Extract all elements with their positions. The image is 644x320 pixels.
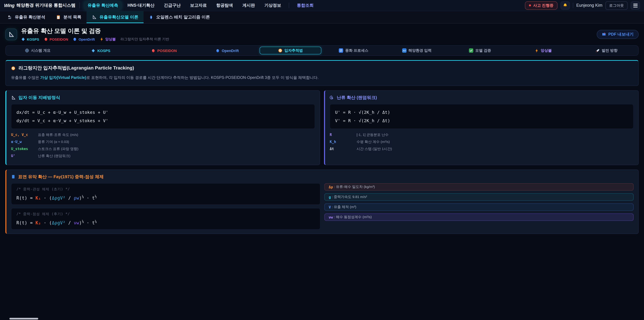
sub-tab[interactable]: 유출유확산모델 이론 xyxy=(87,11,144,23)
section-tab-label: OpenDrift xyxy=(222,49,239,53)
nav-item[interactable]: HNS·대기확산 xyxy=(124,1,158,10)
section-tab-label: 입자추적법 xyxy=(284,48,303,53)
section-tab-item[interactable]: 해양환경 입력 xyxy=(386,47,448,54)
section-tab-item[interactable]: 발전 방향 xyxy=(576,47,637,54)
fay-spreading-panel: 표면 유막 확산 — Fay(1971) 중력-점성 체제 /* 중력-관성 체… xyxy=(5,169,639,234)
model-badge-row: KOSPSPOSEIDONOpenDrift앙상블라그랑지안 입자추적 이론 기… xyxy=(21,37,169,42)
nav-divider xyxy=(289,3,289,8)
legend-term: K_h xyxy=(330,140,356,144)
microscope-icon xyxy=(8,15,12,20)
formula-comment: /* 중력-관성 체제 (초기) */ xyxy=(16,187,315,192)
triangle-ruler-icon xyxy=(92,15,97,20)
banner-title: 라그랑지안 입자추적법(Lagrangian Particle Tracking… xyxy=(18,65,134,71)
sub-tab-label: 유출유 확산분석 xyxy=(15,14,45,20)
lightning-icon xyxy=(535,49,539,53)
main-nav-items: 유출유 확산예측HNS·대기확산긴급구난보고자료항공탐색게시판기상정보통합조회 xyxy=(84,1,317,10)
formula-part: ρw xyxy=(74,195,79,200)
model-badge: OpenDrift xyxy=(73,37,95,41)
variable-term: V xyxy=(329,205,331,209)
formula-line: R(t) = K₂ · (ΔρgV² / νw)⅙ · t¼ xyxy=(16,219,315,225)
pdf-export-label: PDF 내보내기 xyxy=(608,31,634,37)
section-tab-item[interactable]: 시스템 개요 xyxy=(7,47,68,54)
equation-line: dx/dt = U_c + α·U_w + U_stokes + U' xyxy=(16,108,310,116)
sub-tab-label: 유출유확산모델 이론 xyxy=(100,14,138,20)
governing-equation-code: dx/dt = U_c + α·U_w + U_stokes + U'dy/dt… xyxy=(11,104,315,129)
section-tab-label: 해양환경 입력 xyxy=(408,48,432,53)
section-tab-bar: 시스템 개요KOSPSPOSEIDONOpenDrift입자추적법풍화 프로세스… xyxy=(5,45,639,56)
barrel-icon xyxy=(11,175,16,179)
governing-equation-panel: 입자 이동 지배방정식 dx/dt = U_c + α·U_w + U_stok… xyxy=(5,90,320,165)
section-tab-label: 풍화 프로세스 xyxy=(345,48,368,53)
formula-part: · ( xyxy=(41,220,52,225)
page-header-text: 유출유 확산 모델 이론 및 검증 KOSPSPOSEIDONOpenDrift… xyxy=(21,27,169,42)
hamburger-menu-icon xyxy=(633,4,638,7)
variable-desc: : 해수 동점성계수 (m²/s) xyxy=(334,215,372,219)
section-tab-item[interactable]: POSEIDON xyxy=(133,47,195,54)
formula-part: ¼ xyxy=(82,195,84,198)
section-tab-item[interactable]: 모델 검증 xyxy=(449,47,511,54)
logout-button[interactable]: 로그아웃 xyxy=(606,1,628,10)
variable-desc: : 유출 체적 (m³) xyxy=(332,205,356,209)
equation-line: U' = R · √(2K_h / Δt) xyxy=(335,108,628,116)
fay-formula-block: /* 중력-관성 체제 (초기) */R(t) = K₁ · (ΔρgV² / … xyxy=(11,183,320,205)
model-badge: POSEIDON xyxy=(44,37,68,41)
compass-icon xyxy=(278,48,282,53)
sub-tab[interactable]: 오일펜스 배치 알고리즘 이론 xyxy=(144,11,215,23)
legend-row: U'난류 확산 (랜덤워크) xyxy=(11,154,315,158)
legend-desc: 난류 확산 (랜덤워크) xyxy=(38,154,70,158)
fay-content-grid: /* 중력-관성 체제 (초기) */R(t) = K₁ · (ΔρgV² / … xyxy=(11,183,634,230)
legend-row: K_h수평 확산 계수 (m²/s) xyxy=(330,140,634,144)
book-export-icon xyxy=(602,32,606,37)
model-badge-label: POSEIDON xyxy=(50,37,68,41)
sub-tab-bar: 유출유 확산분석분석 목록유출유확산모델 이론오일펜스 배치 알고리즘 이론 xyxy=(0,11,644,24)
section-tab-item[interactable]: 앙상블 xyxy=(512,47,574,54)
banner-text: 로 표현하여, 각 입자의 이동 경로를 시간 단계마다 추적하는 방법입니다.… xyxy=(86,76,318,80)
oilfence-shield-icon xyxy=(149,15,154,19)
panel-title-row: 난류 확산 (랜덤워크) xyxy=(330,95,634,101)
compass-icon xyxy=(11,66,16,70)
pdf-export-button[interactable]: PDF 내보내기 xyxy=(596,30,639,39)
nav-item[interactable]: 유출유 확산예측 xyxy=(84,1,122,10)
lightning-icon xyxy=(100,37,104,41)
sub-tab[interactable]: 유출유 확산분석 xyxy=(2,11,51,23)
red-circle-icon xyxy=(44,37,48,41)
legend-desc: 수평 확산 계수 (m²/s) xyxy=(356,140,390,144)
legend-term: U_stokes xyxy=(11,147,38,151)
section-tab-item[interactable]: 풍화 프로세스 xyxy=(323,47,384,54)
brand-logo[interactable]: Wing 해양환경 위기대응 통합시스템 xyxy=(4,2,76,9)
section-tab-active[interactable]: 입자추적법 xyxy=(260,47,321,54)
section-tab-label: 모델 검증 xyxy=(475,48,491,53)
user-name: Eunjeong Kim xyxy=(576,3,602,8)
nav-divider xyxy=(80,2,80,9)
nav-item[interactable]: 통합조회 xyxy=(293,1,317,10)
horizontal-scrollbar-thumb[interactable] xyxy=(10,318,38,319)
nav-item[interactable]: 긴급구난 xyxy=(160,1,184,10)
formula-comment: /* 중력-점성 체제 (후기) */ xyxy=(16,212,315,216)
legend-row: Δt시간 스텝 (일반 1시간) xyxy=(330,147,634,151)
formula-part: ΔρgV² xyxy=(52,220,66,225)
nav-item[interactable]: 보고자료 xyxy=(186,1,210,10)
legend-desc: 시간 스텝 (일반 1시간) xyxy=(356,147,392,151)
sub-tab[interactable]: 분석 목록 xyxy=(51,11,87,23)
nav-right-cluster: 사고 진행중 Eunjeong Kim 로그아웃 xyxy=(525,1,640,10)
fay-formula-block: /* 중력-점성 체제 (후기) */R(t) = K₂ · (ΔρgV² / … xyxy=(11,208,320,230)
equation-panels: 입자 이동 지배방정식 dx/dt = U_c + α·U_w + U_stok… xyxy=(5,90,639,165)
incident-status-badge[interactable]: 사고 진행중 xyxy=(525,1,558,10)
nav-item[interactable]: 게시판 xyxy=(239,1,258,10)
incident-status-label: 사고 진행중 xyxy=(533,3,554,8)
triangle-ruler-icon xyxy=(8,31,14,38)
section-tab-item[interactable]: KOSPS xyxy=(70,47,132,54)
banner-body: 유출유를 수많은 가상 입자(Virtual Particle)로 표현하여, … xyxy=(11,75,633,81)
turbulence-legend: R[-1, 1] 균등분포 난수K_h수평 확산 계수 (m²/s)Δt시간 스… xyxy=(330,133,634,151)
page-subtitle: 라그랑지안 입자추적 이론 기반 xyxy=(120,37,169,42)
top-nav: Wing 해양환경 위기대응 통합시스템 유출유 확산예측HNS·대기확산긴급구… xyxy=(0,0,644,11)
formula-part: νw xyxy=(74,220,79,225)
section-tab-item[interactable]: OpenDrift xyxy=(196,47,258,54)
rocket-icon xyxy=(595,48,600,53)
nav-item[interactable]: 항공탐색 xyxy=(212,1,237,10)
nav-item[interactable]: 기상정보 xyxy=(260,1,285,10)
panel-title: 난류 확산 (랜덤워크) xyxy=(337,95,377,101)
hamburger-menu-button[interactable] xyxy=(630,1,640,10)
model-badge-label: KOSPS xyxy=(27,37,39,41)
notifications-button[interactable] xyxy=(560,1,570,10)
